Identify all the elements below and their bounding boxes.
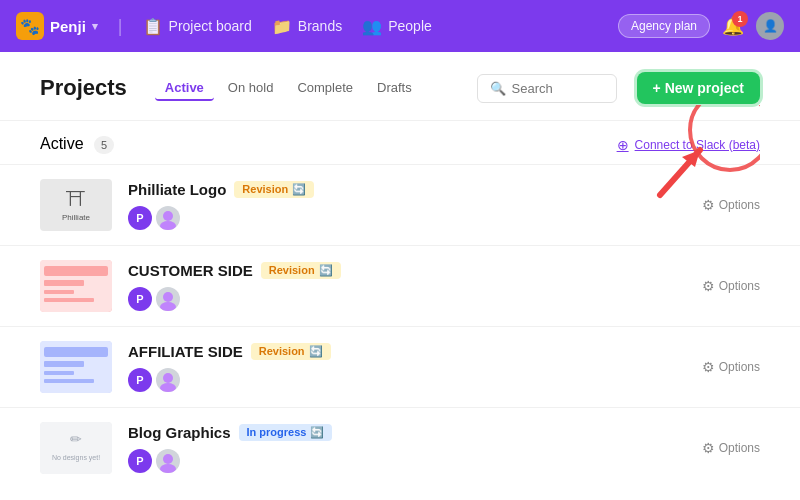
notification-button[interactable]: 🔔 1 [722,15,744,37]
project-name-row: AFFILIATE SIDE Revision 🔄 [128,343,686,360]
slack-icon: ⊕ [617,137,629,153]
project-options[interactable]: ⚙ Options [702,359,760,375]
options-label: Options [719,441,760,455]
options-icon: ⚙ [702,440,715,456]
project-badge: In progress 🔄 [239,424,333,441]
nav-people[interactable]: 👥 People [362,17,432,36]
project-thumbnail: ⛩ Philliate [40,179,112,231]
svg-rect-3 [44,266,108,276]
avatar-img [156,449,180,473]
project-info: Philliate Logo Revision 🔄 P [128,181,686,230]
badge-label: Revision [242,183,288,195]
svg-point-1 [160,221,176,230]
nav-right: Agency plan 🔔 1 👤 [618,12,784,40]
project-name[interactable]: CUSTOMER SIDE [128,262,253,279]
project-info: CUSTOMER SIDE Revision 🔄 P [128,262,686,311]
svg-text:✏: ✏ [70,431,82,447]
svg-rect-4 [44,280,84,286]
badge-icon: 🔄 [292,183,306,196]
project-thumbnail [40,260,112,312]
search-box[interactable]: 🔍 [477,74,617,103]
badge-label: Revision [269,264,315,276]
svg-point-19 [163,454,173,464]
thumb-icon: ⛩ [66,188,86,211]
project-thumbnail [40,341,112,393]
tab-drafts[interactable]: Drafts [367,76,422,101]
connect-slack-button[interactable]: ⊕ Connect to Slack (beta) [617,137,760,153]
active-label: Active [40,135,84,152]
tab-active[interactable]: Active [155,76,214,101]
avatar: P [128,368,152,392]
badge-icon: 🔄 [310,426,324,439]
top-navigation: 🐾 Penji ▾ | 📋 Project board 📁 Brands 👥 P… [0,0,800,52]
svg-point-0 [163,211,173,221]
active-count: 5 [94,136,114,154]
badge-icon: 🔄 [309,345,323,358]
nav-brands[interactable]: 📁 Brands [272,17,342,36]
project-avatars: P [128,449,686,473]
app-name: Penji [50,18,86,35]
project-badge: Revision 🔄 [251,343,331,360]
project-options[interactable]: ⚙ Options [702,278,760,294]
project-avatars: P [128,287,686,311]
active-section: Active 5 ⊕ Connect to Slack (beta) [0,121,800,164]
options-icon: ⚙ [702,278,715,294]
nav-project-board[interactable]: 📋 Project board [143,17,252,36]
svg-point-14 [163,373,173,383]
project-thumbnail: ✏ No designs yet! [40,422,112,474]
options-icon: ⚙ [702,197,715,213]
svg-rect-13 [44,379,94,383]
user-avatar[interactable]: 👤 [756,12,784,40]
project-name[interactable]: AFFILIATE SIDE [128,343,243,360]
project-name[interactable]: Blog Graphics [128,424,231,441]
options-label: Options [719,360,760,374]
project-name-row: Philliate Logo Revision 🔄 [128,181,686,198]
app-logo[interactable]: 🐾 Penji ▾ [16,12,98,40]
avatar: P [128,206,152,230]
page-title: Projects [40,75,127,101]
project-row: ⛩ Philliate Philliate Logo Revision 🔄 P [0,164,800,245]
avatar-img [156,206,180,230]
projects-header: Projects Active On hold Complete Drafts … [0,52,800,121]
project-options[interactable]: ⚙ Options [702,440,760,456]
nav-people-label: People [388,18,432,34]
svg-rect-12 [44,371,74,375]
project-name-row: Blog Graphics In progress 🔄 [128,424,686,441]
project-badge: Revision 🔄 [261,262,341,279]
project-row: CUSTOMER SIDE Revision 🔄 P ⚙ Options [0,245,800,326]
project-avatars: P [128,368,686,392]
badge-icon: 🔄 [319,264,333,277]
avatar: P [128,449,152,473]
options-label: Options [719,198,760,212]
project-badge: Revision 🔄 [234,181,314,198]
main-content: Projects Active On hold Complete Drafts … [0,52,800,500]
svg-point-7 [163,292,173,302]
svg-point-8 [160,302,176,311]
tab-complete[interactable]: Complete [287,76,363,101]
project-row: AFFILIATE SIDE Revision 🔄 P ⚙ Options [0,326,800,407]
options-icon: ⚙ [702,359,715,375]
badge-label: In progress [247,426,307,438]
svg-point-20 [160,464,176,473]
nav-divider: | [118,16,123,37]
project-avatars: P [128,206,686,230]
nav-dropdown-icon[interactable]: ▾ [92,20,98,33]
avatar: P [128,287,152,311]
avatar-img [156,287,180,311]
project-row: ✏ No designs yet! Blog Graphics In progr… [0,407,800,488]
badge-label: Revision [259,345,305,357]
active-label-group: Active 5 [40,135,114,154]
svg-rect-6 [44,298,94,302]
project-options[interactable]: ⚙ Options [702,197,760,213]
tab-on-hold[interactable]: On hold [218,76,284,101]
brands-icon: 📁 [272,17,292,36]
project-board-icon: 📋 [143,17,163,36]
project-name[interactable]: Philliate Logo [128,181,226,198]
thumb-label: Philliate [62,213,90,222]
new-project-button[interactable]: + New project [637,72,760,104]
agency-plan-button[interactable]: Agency plan [618,14,710,38]
search-input[interactable] [512,81,612,96]
logo-icon: 🐾 [16,12,44,40]
svg-text:No designs yet!: No designs yet! [52,454,100,462]
search-icon: 🔍 [490,81,506,96]
